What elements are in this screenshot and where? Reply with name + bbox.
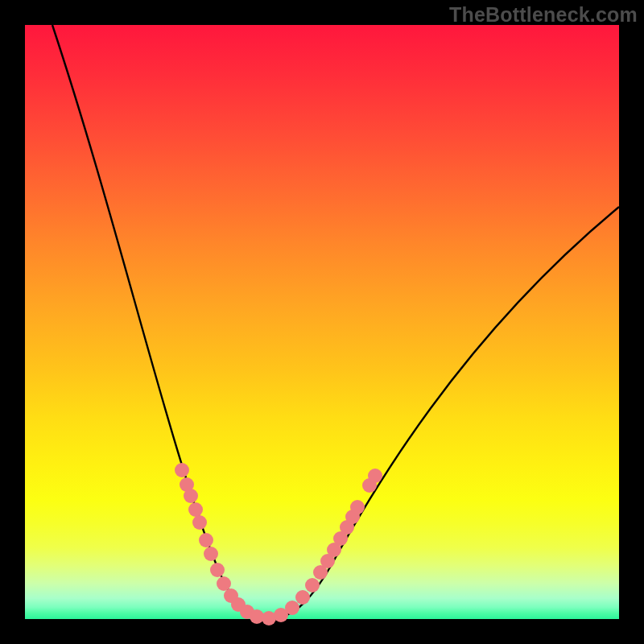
marker-dot bbox=[188, 502, 203, 517]
bottleneck-curve bbox=[52, 25, 619, 619]
marker-dot bbox=[350, 500, 365, 514]
marker-dot bbox=[295, 590, 310, 605]
marker-dot bbox=[368, 469, 382, 483]
marker-dot bbox=[184, 489, 198, 503]
marker-dot bbox=[204, 547, 218, 561]
marker-dot bbox=[175, 463, 189, 477]
marker-dot bbox=[285, 601, 299, 615]
chart-frame: TheBottleneck.com bbox=[0, 0, 644, 644]
plot-area bbox=[25, 25, 619, 619]
marker-dot bbox=[210, 563, 225, 577]
recommended-range-dots bbox=[175, 463, 382, 625]
chart-svg bbox=[25, 25, 619, 619]
marker-dot bbox=[192, 515, 207, 530]
marker-dot bbox=[305, 578, 320, 592]
marker-dot bbox=[199, 533, 213, 547]
marker-dot bbox=[217, 576, 231, 591]
watermark-text: TheBottleneck.com bbox=[449, 3, 638, 27]
